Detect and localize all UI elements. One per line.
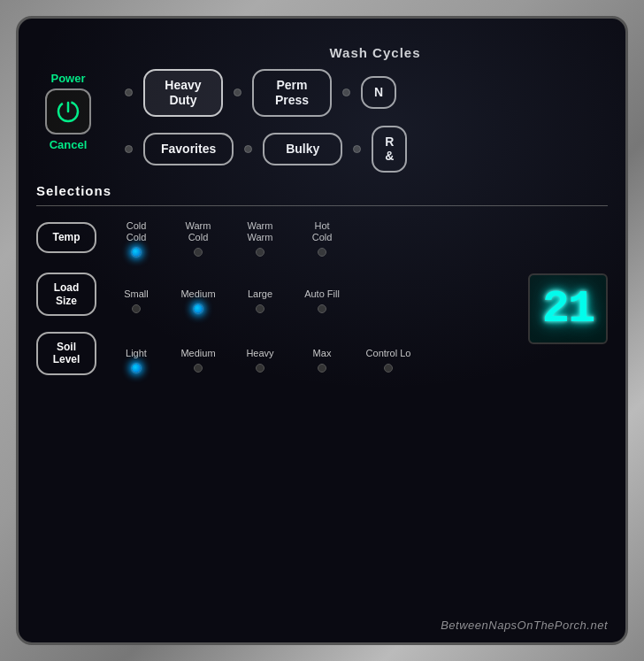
load-size-option-auto-fill: Auto Fill bbox=[291, 275, 353, 313]
n-button[interactable]: N bbox=[361, 76, 396, 109]
cancel-label: Cancel bbox=[50, 138, 88, 151]
load-size-dot-large bbox=[256, 304, 264, 313]
cycle-dot-r bbox=[353, 145, 361, 153]
temp-dot-hot-cold bbox=[318, 248, 326, 257]
load-size-label-medium: Medium bbox=[180, 275, 215, 300]
outer-frame: Power Cancel Wash Cycles HeavyDuty PermP… bbox=[0, 0, 644, 661]
cycle-dot-heavy-duty bbox=[125, 88, 133, 96]
load-size-dot-medium bbox=[194, 304, 203, 313]
soil-level-label-heavy: Heavy bbox=[246, 334, 273, 359]
temp-options: ColdCold WarmCold WarmWarm HotCold bbox=[96, 219, 608, 257]
load-size-label-large: Large bbox=[248, 275, 272, 300]
heavy-duty-button[interactable]: HeavyDuty bbox=[143, 69, 223, 117]
soil-level-option-heavy: Heavy bbox=[229, 334, 291, 373]
inner-panel: Power Cancel Wash Cycles HeavyDuty PermP… bbox=[16, 16, 628, 645]
r-button[interactable]: R& bbox=[372, 126, 407, 173]
soil-level-option-max: Max bbox=[291, 334, 353, 373]
temp-row: Temp ColdCold WarmCold WarmWarm bbox=[36, 219, 608, 257]
soil-level-label-medium: Medium bbox=[180, 334, 215, 359]
temp-dot-cold-cold bbox=[132, 248, 141, 257]
control-lock-label: Control Lo bbox=[366, 334, 411, 359]
load-size-dot-auto-fill bbox=[318, 304, 326, 313]
soil-level-dot-medium bbox=[194, 364, 203, 373]
soil-level-option-light: Light bbox=[105, 334, 167, 373]
temp-label-warm-warm: WarmWarm bbox=[248, 219, 273, 243]
soil-level-button[interactable]: SoilLevel bbox=[36, 332, 96, 375]
cycles-row-1: HeavyDuty PermPress N bbox=[125, 69, 608, 117]
cycles-row-2: Favorites Bulky R& bbox=[125, 126, 608, 173]
cycle-dot-favorites bbox=[125, 145, 133, 153]
temp-option-warm-cold: WarmCold bbox=[167, 219, 229, 257]
load-size-row: LoadSize Small Medium Large bbox=[36, 273, 608, 316]
temp-dot-warm-cold bbox=[194, 248, 203, 257]
selections-label: Selections bbox=[36, 183, 608, 198]
cycle-dot-n bbox=[342, 88, 350, 96]
power-icon bbox=[56, 99, 80, 124]
soil-level-dot-heavy bbox=[256, 364, 264, 373]
soil-level-row: SoilLevel Light Medium Heavy bbox=[36, 332, 608, 375]
load-size-option-small: Small bbox=[105, 275, 167, 313]
temp-label-warm-cold: WarmCold bbox=[186, 219, 211, 243]
watermark: BetweenNapsOnThePorch.net bbox=[441, 619, 608, 632]
soil-level-label-max: Max bbox=[313, 334, 332, 359]
wash-cycles-label: Wash Cycles bbox=[142, 45, 608, 60]
load-size-label-small: Small bbox=[124, 275, 149, 300]
bulky-button[interactable]: Bulky bbox=[263, 133, 342, 165]
perm-press-button[interactable]: PermPress bbox=[252, 69, 332, 117]
soil-level-option-control-lock: Control Lo bbox=[353, 334, 424, 373]
load-size-dot-small bbox=[132, 304, 141, 313]
power-label: Power bbox=[50, 72, 85, 85]
cycle-dot-perm-press bbox=[234, 88, 242, 96]
display-number: 21 bbox=[542, 283, 594, 335]
power-section: Power Cancel bbox=[45, 72, 91, 151]
soil-level-dot-max bbox=[318, 364, 326, 373]
power-button[interactable] bbox=[45, 88, 91, 135]
soil-level-dot-light bbox=[132, 364, 141, 373]
soil-level-option-medium: Medium bbox=[167, 334, 229, 373]
temp-label-hot-cold: HotCold bbox=[312, 219, 333, 243]
temp-option-cold-cold: ColdCold bbox=[105, 219, 167, 257]
load-size-option-medium: Medium bbox=[167, 275, 229, 313]
soil-level-label-light: Light bbox=[126, 334, 147, 359]
load-size-label-auto-fill: Auto Fill bbox=[304, 275, 340, 300]
temp-button[interactable]: Temp bbox=[36, 222, 96, 252]
temp-dot-warm-warm bbox=[256, 248, 264, 257]
cycle-dot-bulky bbox=[244, 145, 252, 153]
favorites-button[interactable]: Favorites bbox=[143, 133, 234, 165]
display-box: 21 bbox=[528, 273, 608, 344]
temp-option-hot-cold: HotCold bbox=[291, 219, 353, 257]
selections-divider bbox=[36, 205, 608, 206]
soil-level-dot-control-lock bbox=[384, 364, 393, 373]
temp-label-cold-cold: ColdCold bbox=[126, 219, 147, 243]
load-size-button[interactable]: LoadSize bbox=[36, 273, 96, 316]
load-size-option-large: Large bbox=[229, 275, 291, 313]
temp-option-warm-warm: WarmWarm bbox=[229, 219, 291, 257]
